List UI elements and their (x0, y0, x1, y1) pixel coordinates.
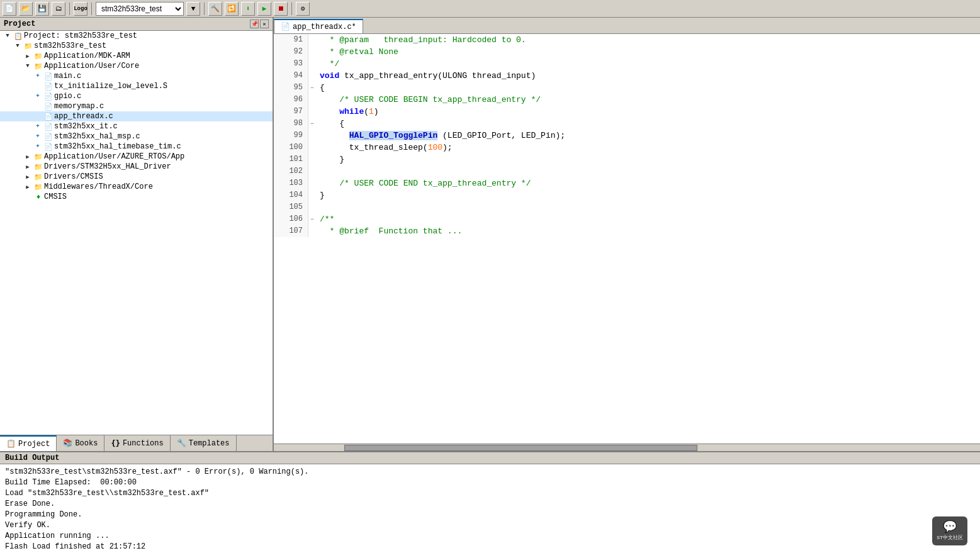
line-code-92: * @retval None (316, 46, 980, 58)
settings-btn[interactable]: ⚙ (296, 2, 310, 16)
project-dropdown[interactable]: stm32h533re_teststm32h533re_test (96, 2, 184, 16)
tree-item-project-root[interactable]: ▼ 📋 Project: stm32h533re_test (0, 31, 273, 41)
save-btn[interactable]: 💾 (35, 2, 49, 16)
file-icon: 📄 (43, 72, 54, 81)
build-output-panel: Build Output "stm32h533re_test\stm32h533… (0, 451, 980, 558)
line-num-104: 104 (274, 189, 308, 201)
start-debug-btn[interactable]: ▶ (257, 2, 271, 16)
tab-templates[interactable]: 🔧 Templates (171, 435, 237, 451)
tree-item-azure-rtos[interactable]: ▶ 📁 Application/User/AZURE_RTOS/App (0, 152, 273, 162)
tree-item-drivers-cmsis[interactable]: ▶ 📁 Drivers/CMSIS (0, 172, 273, 182)
dropdown-arrow[interactable]: ▼ (186, 2, 200, 16)
fold-96 (308, 94, 316, 106)
stop-debug-btn[interactable]: ⏹ (274, 2, 288, 16)
file-icon-6: 📄 (43, 123, 54, 131)
fold-106[interactable]: − (308, 213, 316, 225)
new-file-btn[interactable]: 📄 (3, 2, 16, 16)
line-num-95: 95 (274, 82, 308, 94)
line-code-99: HAL_GPIO_TogglePin (LED_GPIO_Port, LED_P… (316, 130, 980, 142)
build-line: Programming Done. (5, 510, 975, 520)
tree-item-tx-init[interactable]: 📄 tx_initialize_low_level.S (0, 81, 273, 91)
file-icon-4: 📄 (43, 103, 54, 111)
save-all-btn[interactable]: 🗂 (52, 2, 65, 16)
code-line-107: 107 * @brief Function that ... (274, 225, 980, 237)
tree-item-main-c[interactable]: + 📄 main.c (0, 71, 273, 81)
line-code-93: */ (316, 58, 980, 70)
line-code-100: tx_thread_sleep(100); (316, 142, 980, 153)
line-num-101: 101 (274, 153, 308, 165)
drivers-hal-label: Drivers/STM32H5xx_HAL_Driver (44, 162, 171, 171)
expand-icon-2: + (33, 93, 43, 99)
line-code-101: } (316, 153, 980, 165)
tree-item-cmsis[interactable]: ♦ CMSIS (0, 192, 273, 202)
fold-107 (308, 225, 316, 237)
project-root-label: Project: stm32h533re_test (24, 31, 137, 40)
rebuild-btn[interactable]: 🔁 (225, 2, 239, 16)
line-code-103: /* USER CODE END tx_app_thread_entry */ (316, 177, 980, 189)
expand-icon-3: + (33, 123, 43, 130)
middlewares-threadx-label: Middlewares/ThreadX/Core (44, 182, 153, 191)
fold-98[interactable]: − (308, 118, 316, 130)
chevron-right-icon-5: ▶ (23, 184, 33, 191)
line-num-91: 91 (274, 34, 308, 46)
tab-project[interactable]: 📋 Project (0, 435, 57, 451)
sidebar-header-btns: 📌 ✕ (250, 20, 269, 28)
chevron-right-icon-2: ▶ (23, 153, 33, 160)
build-output-title: Build Output (0, 452, 980, 464)
build-btn[interactable]: 🔨 (208, 2, 222, 16)
code-content[interactable]: 91 * @param thread_input: Hardcoded to 0… (274, 34, 980, 444)
code-line-105: 105 (274, 201, 980, 213)
code-line-93: 93 */ (274, 58, 980, 70)
diamond-icon: ♦ (33, 193, 44, 201)
sidebar-pin-btn[interactable]: 📌 (250, 20, 259, 28)
tree-item-project-folder[interactable]: ▼ 📁 stm32h533re_test (0, 41, 273, 51)
tab-books[interactable]: 📚 Books (57, 435, 104, 451)
line-num-100: 100 (274, 142, 308, 153)
expand-icon: + (33, 73, 43, 79)
download-btn[interactable]: ⬇ (241, 2, 255, 16)
line-code-96: /* USER CODE BEGIN tx_app_thread_entry *… (316, 94, 980, 106)
line-num-94: 94 (274, 70, 308, 82)
tree-item-app-threadx-c[interactable]: 📄 app_threadx.c (0, 111, 273, 121)
folder-icon-7: 📁 (33, 183, 44, 191)
line-num-106: 106 (274, 213, 308, 225)
line-num-103: 103 (274, 177, 308, 189)
open-btn[interactable]: 📂 (19, 2, 33, 16)
sep1 (69, 3, 70, 15)
tree-item-hal-tb[interactable]: + 📄 stm32h5xx_hal_timebase_tim.c (0, 142, 273, 152)
tab-functions[interactable]: {} Functions (104, 435, 170, 451)
folder-icon-3: 📁 (33, 62, 44, 70)
build-output-content: "stm32h533re_test\stm32h533re_test.axf" … (0, 464, 980, 558)
code-line-98: 98 − { (274, 118, 980, 130)
tree-item-hal-msp[interactable]: + 📄 stm32h5xx_hal_msp.c (0, 131, 273, 142)
templates-tab-icon: 🔧 (177, 438, 186, 448)
line-code-107: * @brief Function that ... (316, 225, 980, 237)
tree-item-stm32h5xx-it[interactable]: + 📄 stm32h5xx_it.c (0, 121, 273, 131)
line-num-96: 96 (274, 94, 308, 106)
sep3 (204, 3, 205, 15)
project-icon: 📋 (13, 32, 24, 40)
tree-item-drivers-hal[interactable]: ▶ 📁 Drivers/STM32H5xx_HAL_Driver (0, 162, 273, 172)
tree-item-memorymap-c[interactable]: 📄 memorymap.c (0, 101, 273, 111)
file-tab-label: app_threadx.c* (293, 23, 356, 31)
code-scrollbar[interactable] (274, 444, 980, 451)
app-user-core-label: Application/User/Core (44, 62, 139, 70)
fold-92 (308, 46, 316, 58)
hal-msp-label: stm32h5xx_hal_msp.c (54, 132, 140, 141)
toolbar: 📄 📂 💾 🗂 Logo stm32h533re_teststm32h533re… (0, 0, 980, 18)
fold-95[interactable]: − (308, 82, 316, 94)
scrollbar-thumb[interactable] (344, 445, 697, 451)
tree-item-app-mdk-arm[interactable]: ▶ 📁 Application/MDK-ARM (0, 51, 273, 61)
tree-item-middlewares-threadx[interactable]: ▶ 📁 Middlewares/ThreadX/Core (0, 182, 273, 192)
sidebar-close-btn[interactable]: ✕ (260, 20, 269, 28)
file-icon-5: 📄 (43, 113, 54, 121)
build-line: Flash Load finished at 21:57:12 (5, 542, 975, 552)
logo-btn[interactable]: Logo (74, 2, 87, 16)
chat-bubble[interactable]: 💬 ST中文社区 (932, 516, 967, 545)
tree-item-gpio-c[interactable]: + 📄 gpio.c (0, 91, 273, 101)
code-tab-app-threadx[interactable]: 📄 app_threadx.c* (274, 19, 363, 33)
code-line-104: 104 } (274, 189, 980, 201)
line-code-98: { (316, 118, 980, 130)
code-line-97: 97 while(1) (274, 106, 980, 118)
tree-item-app-user-core[interactable]: ▼ 📁 Application/User/Core (0, 61, 273, 71)
